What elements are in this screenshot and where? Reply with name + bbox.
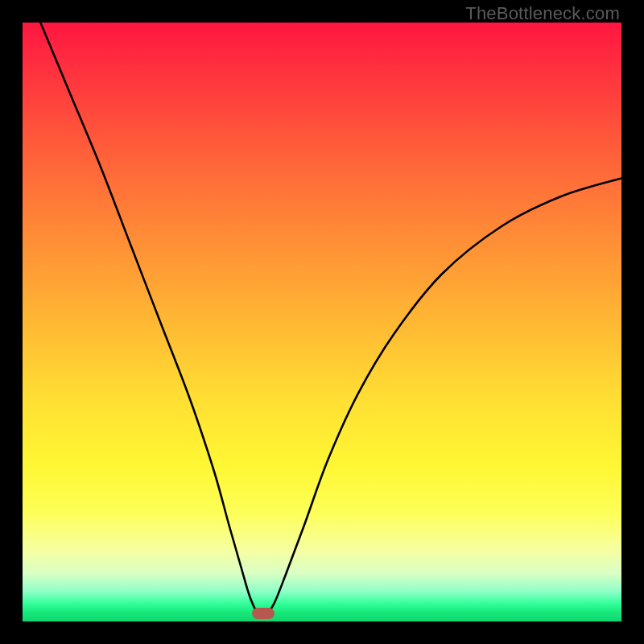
watermark-text: TheBottleneck.com xyxy=(465,3,620,24)
chart-frame: TheBottleneck.com xyxy=(0,0,644,644)
bottleneck-curve xyxy=(23,23,621,621)
optimal-point-marker xyxy=(252,608,275,619)
plot-area xyxy=(23,23,621,621)
